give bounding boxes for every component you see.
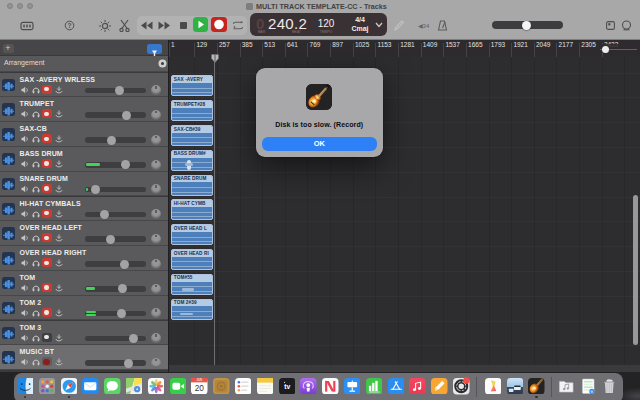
svg-text:20: 20 xyxy=(195,384,205,393)
svg-text:JUN: JUN xyxy=(197,378,203,382)
svg-text:tv: tv xyxy=(284,383,290,390)
svg-text:?: ? xyxy=(68,22,72,29)
